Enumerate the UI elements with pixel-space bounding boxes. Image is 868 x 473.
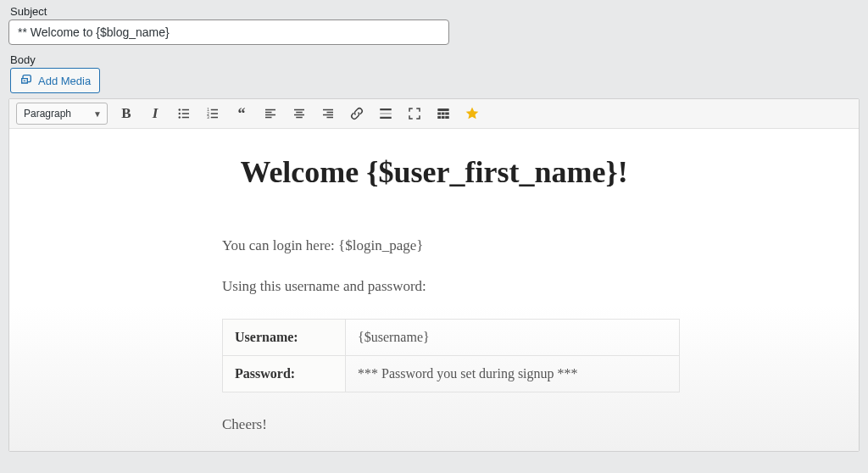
align-right-button[interactable] <box>318 103 338 124</box>
svg-rect-24 <box>380 109 392 110</box>
credentials-table: Username: {$username} Password: *** Pass… <box>222 319 680 392</box>
svg-rect-29 <box>442 113 445 115</box>
star-button[interactable] <box>462 103 482 124</box>
media-icon <box>19 73 33 89</box>
svg-rect-28 <box>437 113 441 115</box>
svg-point-2 <box>179 113 181 114</box>
link-button[interactable] <box>347 103 367 124</box>
format-dropdown[interactable]: Paragraph ▼ <box>16 103 108 125</box>
chevron-down-icon: ▼ <box>93 109 102 119</box>
svg-rect-30 <box>445 113 449 115</box>
align-left-button[interactable] <box>260 103 281 124</box>
table-row: Password: *** Password you set during si… <box>223 356 680 392</box>
svg-rect-31 <box>437 116 441 119</box>
svg-point-0 <box>179 109 181 110</box>
italic-button[interactable]: I <box>145 103 165 124</box>
svg-rect-9 <box>211 113 218 114</box>
svg-rect-3 <box>182 113 189 114</box>
svg-text:3: 3 <box>207 115 209 120</box>
align-left-icon <box>263 106 278 121</box>
svg-rect-17 <box>296 112 303 114</box>
star-icon <box>465 106 480 121</box>
link-icon <box>349 106 364 121</box>
subject-input[interactable] <box>8 19 449 45</box>
username-label-cell: Username: <box>223 320 346 356</box>
read-more-button[interactable] <box>376 103 396 124</box>
svg-rect-15 <box>265 117 272 119</box>
svg-rect-21 <box>327 112 334 114</box>
svg-rect-11 <box>211 117 218 119</box>
fullscreen-icon <box>407 106 422 121</box>
fullscreen-button[interactable] <box>404 103 425 124</box>
body-label: Body <box>10 53 860 66</box>
add-media-label: Add Media <box>38 75 91 87</box>
svg-rect-12 <box>265 109 275 111</box>
toolbar-toggle-button[interactable] <box>433 103 453 124</box>
editor-canvas[interactable]: Welcome {$user_first_name}! You can logi… <box>9 129 859 451</box>
svg-rect-5 <box>182 117 189 119</box>
svg-rect-26 <box>380 117 392 119</box>
svg-rect-19 <box>296 117 303 119</box>
svg-rect-27 <box>437 109 449 111</box>
svg-rect-1 <box>182 109 189 111</box>
blockquote-button[interactable]: “ <box>231 103 252 124</box>
svg-rect-16 <box>294 109 304 111</box>
svg-rect-25 <box>380 113 392 114</box>
numbered-list-button[interactable]: 123 <box>203 103 223 124</box>
svg-rect-32 <box>442 116 445 119</box>
content-line-2: Using this username and password: <box>146 278 722 295</box>
format-dropdown-label: Paragraph <box>24 108 71 120</box>
content-line-1: You can login here: {$login_page} <box>146 237 722 254</box>
content-signoff: Cheers! <box>146 416 722 433</box>
table-row: Username: {$username} <box>223 320 680 356</box>
svg-rect-33 <box>445 116 449 119</box>
align-right-icon <box>320 106 336 121</box>
bold-icon: B <box>121 105 131 122</box>
bullet-list-icon <box>176 106 192 121</box>
add-media-button[interactable]: Add Media <box>10 68 100 93</box>
bullet-list-button[interactable] <box>174 103 194 124</box>
svg-rect-20 <box>323 109 333 111</box>
subject-label: Subject <box>10 5 860 18</box>
password-value-cell: *** Password you set during signup *** <box>346 356 680 392</box>
rich-text-editor: Paragraph ▼ B I 123 “ <box>8 98 860 452</box>
toolbar-toggle-icon <box>436 106 451 121</box>
svg-rect-23 <box>327 117 334 119</box>
content-heading: Welcome {$user_first_name}! <box>146 154 722 190</box>
password-label-cell: Password: <box>223 356 346 392</box>
editor-toolbar: Paragraph ▼ B I 123 “ <box>9 99 859 129</box>
svg-point-4 <box>179 116 181 118</box>
svg-rect-18 <box>294 114 304 116</box>
italic-icon: I <box>153 105 159 122</box>
numbered-list-icon: 123 <box>205 106 220 121</box>
quote-icon: “ <box>238 106 246 121</box>
svg-rect-13 <box>265 112 272 114</box>
svg-rect-14 <box>265 114 275 116</box>
username-value-cell: {$username} <box>346 320 680 356</box>
align-center-icon <box>292 106 307 121</box>
read-more-icon <box>378 106 393 121</box>
svg-rect-22 <box>323 114 333 116</box>
svg-rect-7 <box>211 109 218 111</box>
align-center-button[interactable] <box>289 103 309 124</box>
bold-button[interactable]: B <box>116 103 136 124</box>
